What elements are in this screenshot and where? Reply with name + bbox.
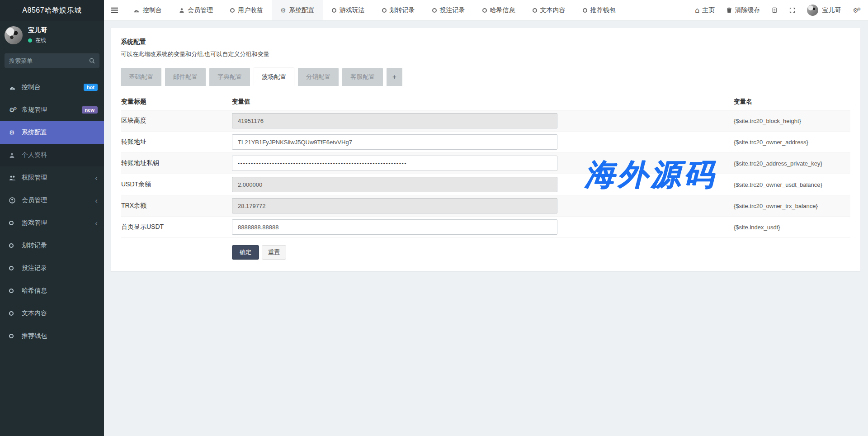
- topnav-item-bet-records[interactable]: 投注记录: [424, 0, 474, 20]
- home-icon: ⌂: [695, 7, 699, 14]
- circle-icon: [482, 8, 487, 13]
- sidebar-submenu: ⚙ 系统配置 个人资料: [0, 121, 104, 166]
- tab-tron-config[interactable]: 波场配置: [254, 68, 294, 86]
- circle-icon: [9, 243, 19, 248]
- submit-button[interactable]: 确定: [232, 245, 259, 260]
- topnav-item-members[interactable]: 会员管理: [170, 0, 222, 20]
- sidebar-item-transfer-records[interactable]: 划转记录: [0, 234, 104, 257]
- chevron-left-icon: ‹: [95, 219, 98, 227]
- tab-basic-config[interactable]: 基础配置: [121, 68, 161, 86]
- language-button[interactable]: [766, 0, 783, 20]
- online-status: 在线: [35, 37, 46, 44]
- circle-icon: [9, 334, 19, 338]
- topnav-item-game-rules[interactable]: 游戏玩法: [323, 0, 373, 20]
- reset-button[interactable]: 重置: [262, 245, 286, 260]
- sidebar-item-system-config[interactable]: ⚙ 系统配置: [0, 121, 104, 144]
- sidebar-item-recommend-wallet[interactable]: 推荐钱包: [0, 325, 104, 347]
- circle-icon: [432, 8, 437, 13]
- sidebar-item-profile[interactable]: 个人资料: [0, 144, 104, 166]
- sidebar-item-hash-info[interactable]: 哈希信息: [0, 280, 104, 302]
- circle-icon: [9, 289, 19, 293]
- user-icon: [179, 8, 184, 13]
- gears-icon: ⚙⚙: [9, 107, 19, 113]
- circle-icon: [332, 8, 336, 13]
- page-subtitle: 可以在此增改系统的变量和分组,也可以自定义分组和变量: [121, 50, 850, 58]
- trx-balance-input: [232, 198, 557, 213]
- sidebar-item-bet-records[interactable]: 投注记录: [0, 257, 104, 280]
- settings-button[interactable]: ⚙⚙: [847, 0, 868, 20]
- sidebar-item-dashboard[interactable]: 控制台 hot: [0, 76, 104, 99]
- main-area: 控制台 会员管理 用户收益 ⚙ 系统配置 游戏玩法 划转记录: [104, 0, 868, 436]
- circle-icon: [230, 8, 235, 13]
- circle-icon: [9, 266, 19, 270]
- topbar-username: 宝儿哥: [822, 6, 841, 14]
- system-config-card: 系统配置 可以在此增改系统的变量和分组,也可以自定义分组和变量 基础配置 邮件配…: [111, 28, 860, 271]
- avatar: [5, 26, 23, 44]
- page-title: 系统配置: [121, 38, 850, 46]
- topnav-item-hash-info[interactable]: 哈希信息: [474, 0, 524, 20]
- content-area: 系统配置 可以在此增改系统的变量和分组,也可以自定义分组和变量 基础配置 邮件配…: [104, 21, 868, 436]
- table-row-block-height: 区块高度 {$site.trc20_block_height}: [121, 110, 850, 132]
- dashboard-icon: [133, 8, 140, 13]
- fullscreen-icon: [789, 7, 795, 13]
- index-usdt-input[interactable]: [232, 219, 557, 235]
- table-header: 变量标题 变量值 变量名: [121, 93, 850, 110]
- topnav-item-system-config[interactable]: ⚙ 系统配置: [272, 0, 323, 20]
- search-input[interactable]: [9, 57, 89, 64]
- dashboard-icon: [9, 85, 19, 90]
- topnav-item-transfer-records[interactable]: 划转记录: [373, 0, 424, 20]
- language-icon: [772, 7, 778, 13]
- private-key-input[interactable]: [232, 156, 557, 171]
- topbar: 控制台 会员管理 用户收益 ⚙ 系统配置 游戏玩法 划转记录: [104, 0, 868, 21]
- topnav: 控制台 会员管理 用户收益 ⚙ 系统配置 游戏玩法 划转记录: [125, 0, 624, 20]
- sidebar-search[interactable]: [5, 53, 99, 68]
- online-dot: [28, 38, 32, 43]
- tab-dict-config[interactable]: 字典配置: [209, 68, 250, 86]
- sidebar-item-text-content[interactable]: 文本内容: [0, 302, 104, 325]
- topnav-item-dashboard[interactable]: 控制台: [125, 0, 170, 20]
- block-height-input: [232, 113, 557, 128]
- user-circle-icon: [9, 197, 19, 204]
- sidebar-user-panel: 宝儿哥 在线: [0, 21, 104, 51]
- sidebar-item-members[interactable]: 会员管理 ‹: [0, 189, 104, 212]
- topnav-item-text-content[interactable]: 文本内容: [524, 0, 574, 20]
- sidebar-item-general[interactable]: ⚙⚙ 常规管理 new: [0, 99, 104, 121]
- hot-badge: hot: [84, 84, 98, 91]
- trash-icon: [726, 7, 732, 13]
- app-logo: A8567哈希娱乐城: [0, 0, 104, 21]
- sidebar: A8567哈希娱乐城 宝儿哥 在线 控制台 hot ⚙⚙ 常规管理 new ⚙ …: [0, 0, 104, 436]
- user-menu[interactable]: 宝儿哥: [801, 0, 847, 20]
- circle-icon: [9, 311, 19, 316]
- form-actions: 确定 重置: [232, 245, 850, 260]
- tab-add-button[interactable]: +: [387, 68, 402, 86]
- table-row-private-key: 转账地址私钥 {$site.trc20_address_private_key}: [121, 153, 850, 174]
- home-button[interactable]: ⌂ 主页: [689, 0, 721, 20]
- tab-service-config[interactable]: 客服配置: [342, 68, 383, 86]
- config-table: 变量标题 变量值 变量名 区块高度 {$site.trc20_block_hei…: [121, 93, 850, 238]
- gear-icon: ⚙: [9, 129, 19, 136]
- topnav-item-user-earnings[interactable]: 用户收益: [222, 0, 272, 20]
- avatar: [807, 5, 818, 16]
- chevron-left-icon: ‹: [95, 174, 98, 182]
- topnav-item-recommend-wallet[interactable]: 推荐钱包: [574, 0, 624, 20]
- fullscreen-button[interactable]: [783, 0, 801, 20]
- table-row-index-usdt: 首页显示USDT {$site.index_usdt}: [121, 217, 850, 238]
- circle-icon: [533, 8, 537, 13]
- sidebar-item-permissions[interactable]: 权限管理 ‹: [0, 166, 104, 189]
- tab-distribution-config[interactable]: 分销配置: [298, 68, 339, 86]
- sidebar-item-games[interactable]: 游戏管理 ‹: [0, 212, 104, 234]
- table-row-trx-balance: TRX余额 {$site.trc20_owner_trx_balance}: [121, 195, 850, 217]
- config-tabs: 基础配置 邮件配置 字典配置 波场配置 分销配置 客服配置 +: [121, 68, 850, 86]
- gears-icon: ⚙⚙: [853, 7, 862, 14]
- hamburger-button[interactable]: [104, 0, 125, 20]
- sidebar-username: 宝儿哥: [28, 26, 47, 34]
- clear-cache-button[interactable]: 清除缓存: [721, 0, 766, 20]
- header-var-name: 变量名: [557, 98, 850, 106]
- owner-address-input[interactable]: [232, 134, 557, 150]
- users-icon: [9, 175, 19, 181]
- table-row-owner-address: 转账地址 {$site.trc20_owner_address}: [121, 132, 850, 153]
- topbar-right: ⌂ 主页 清除缓存 宝儿哥 ⚙⚙: [689, 0, 868, 20]
- usdt-balance-input: [232, 177, 557, 192]
- tab-email-config[interactable]: 邮件配置: [165, 68, 206, 86]
- new-badge: new: [82, 106, 98, 114]
